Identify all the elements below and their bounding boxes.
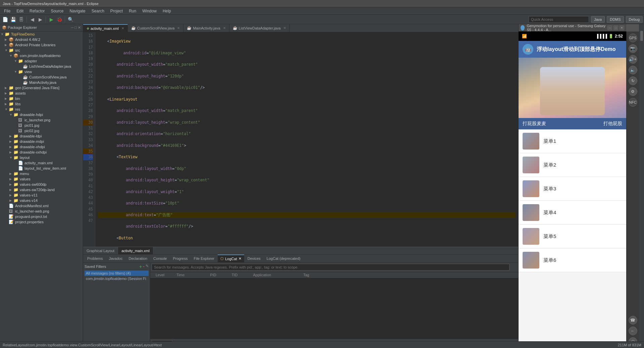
phone-list-item-3[interactable]: 菜单3 — [519, 177, 626, 201]
toolbar-forward[interactable]: ▶ — [37, 16, 44, 23]
tree-item-values-sw720dp[interactable]: ▶ 📁 values-sw720dp-land — [0, 187, 83, 192]
add-filter-btn[interactable]: + — [139, 264, 142, 269]
emu-gps-btn[interactable]: GPS — [629, 34, 637, 42]
tree-item-libs[interactable]: ▶ 📁 libs — [0, 101, 83, 107]
phone-list-item-6[interactable]: 菜单6 — [519, 248, 626, 272]
logcat-search-input[interactable] — [152, 264, 509, 271]
tree-item-project-props[interactable]: ▶ 📝 project.properties — [0, 219, 83, 225]
perspective-debug[interactable]: Debug — [626, 16, 643, 23]
phone-list-item-4[interactable]: 菜单4 — [519, 201, 626, 225]
tree-item-pic01[interactable]: ▶ 🖼 pic01.jpg — [0, 123, 83, 128]
btab-activity-main-xml[interactable]: activity_main.xml — [118, 247, 153, 254]
emu-close[interactable]: ✕ — [620, 25, 624, 30]
tree-item-drawable-xxhdpi[interactable]: ▶ 📁 drawable-xxhdpi — [0, 150, 83, 155]
emu-settings-btn[interactable]: ⚙ — [629, 87, 637, 96]
tree-item-package[interactable]: ▼ 📦 com.jimstin.topfloatdemo — [0, 53, 83, 58]
toolbar-search[interactable]: 🔍 — [67, 16, 74, 23]
emu-back-btn[interactable]: ← — [629, 327, 637, 335]
pkg-maximize[interactable]: □ — [74, 25, 77, 30]
filter-session[interactable]: com.jimstin.topfloatdemo (Session Fi — [85, 276, 149, 281]
menu-edit[interactable]: Edit — [14, 8, 26, 14]
tree-item-mainactivity[interactable]: ▶ ☕ MainActivity.java — [0, 80, 83, 85]
filter-all-messages[interactable]: All messages (no filters) (4) — [85, 271, 149, 276]
phone-list-item-5[interactable]: 菜单5 — [519, 225, 626, 248]
tree-item-proguard[interactable]: ▶ 📝 proguard-project.txt — [0, 214, 83, 219]
menu-run[interactable]: Run — [126, 8, 139, 14]
btab-devices[interactable]: Devices — [245, 254, 263, 263]
tree-item-drawable-mdpi[interactable]: ▶ 📁 drawable-mdpi — [0, 139, 83, 144]
toolbar-back[interactable]: ◀ — [29, 16, 36, 23]
tree-item-iclauncher[interactable]: ▶ 🖼 ic_launcher.png — [0, 117, 83, 123]
tree-item-activity-main[interactable]: ▶ 📄 activity_main.xml — [0, 160, 83, 166]
menu-help[interactable]: Help — [160, 8, 174, 14]
toolbar-run[interactable]: ▶ — [48, 16, 55, 23]
code-editor[interactable]: 15 16 17 18 19 20 21 22 23 24 25 26 27 2… — [83, 32, 518, 247]
tree-item-res[interactable]: ▼ 📁 res — [0, 107, 83, 112]
btab-declaration[interactable]: Declaration — [126, 254, 150, 263]
tab-mainactivity[interactable]: ☕ MainActivity.java ✕ — [183, 24, 229, 32]
toolbar-new[interactable]: 📄 — [1, 16, 9, 23]
btab-logcat-close[interactable]: ✕ — [238, 256, 241, 261]
btab-console[interactable]: Console — [151, 254, 169, 263]
pkg-close[interactable]: ✕ — [78, 25, 81, 30]
menu-source[interactable]: Source — [48, 8, 66, 14]
tab-close-2[interactable]: ✕ — [177, 26, 180, 30]
btab-javadoc[interactable]: Javadoc — [106, 254, 125, 263]
emu-rotate-btn[interactable]: ↻ — [629, 76, 637, 85]
menu-file[interactable]: File — [1, 8, 13, 14]
tree-item-customscrollview[interactable]: ▶ ☕ CustomScrollView.java — [0, 74, 83, 80]
tree-item-menu[interactable]: ▶ 📁 menu — [0, 171, 83, 176]
tree-item-private-libs[interactable]: ▶ 📦 Android Private Libraries — [0, 42, 83, 48]
tree-item-layout-listview[interactable]: ▶ 📄 layout_list_view_item.xml — [0, 166, 83, 171]
tree-item-values-v14[interactable]: ▶ 📁 values-v14 — [0, 198, 83, 203]
menu-refactor[interactable]: Refactor — [27, 8, 47, 14]
tree-item-topflowdemo[interactable]: ▼ 📁 TopFlowDemo — [0, 32, 83, 37]
quick-access-input[interactable] — [529, 16, 589, 23]
btab-problems[interactable]: Problems — [85, 254, 105, 263]
menu-project[interactable]: Project — [108, 8, 125, 14]
tree-item-pic02[interactable]: ▶ 🖼 pic02.jpg — [0, 128, 83, 133]
tree-item-iclauncher-web[interactable]: ▶ 🖼 ic_launcher-web.png — [0, 209, 83, 214]
edit-filter-btn[interactable]: ✎ — [146, 264, 149, 269]
tree-item-bin[interactable]: ▶ 📁 bin — [0, 96, 83, 101]
scrollbar-thumb[interactable] — [640, 31, 643, 41]
tree-item-values-sw600dp[interactable]: ▶ 📁 values-sw600dp — [0, 182, 83, 187]
emu-vol-down[interactable]: 🔈 — [629, 66, 637, 74]
menu-navigate[interactable]: Navigate — [67, 8, 88, 14]
code-content[interactable]: <ImageView android:id="@id/image_view" a… — [95, 32, 518, 247]
toolbar-debug[interactable]: 🐞 — [56, 16, 63, 23]
tree-item-listviewdataadapter[interactable]: ▶ ☕ ListViewDataAdapter.java — [0, 64, 83, 69]
emu-vol-up[interactable]: 🔊+ — [629, 55, 637, 64]
right-scrollbar[interactable] — [639, 24, 644, 348]
tab-close-1[interactable]: ✕ — [121, 26, 124, 30]
emu-camera-btn[interactable]: 📷 — [629, 44, 637, 53]
menu-window[interactable]: Window — [140, 8, 159, 14]
emu-minimize[interactable]: ─ — [607, 25, 612, 30]
tree-item-values[interactable]: ▶ 📁 values — [0, 176, 83, 182]
btab-logcat[interactable]: ⬡ LogCat ✕ — [218, 254, 244, 263]
menu-search[interactable]: Search — [89, 8, 107, 14]
tree-item-src[interactable]: ▼ 📁 src — [0, 48, 83, 53]
toolbar-save-all[interactable]: 🗄 — [17, 16, 25, 23]
btab-logcat-deprecated[interactable]: LogCat (deprecated) — [264, 254, 303, 263]
tree-item-view[interactable]: ▼ 📁 view — [0, 69, 83, 74]
phone-list-item-2[interactable]: 菜单2 — [519, 153, 626, 177]
btab-file-explorer[interactable]: File Explorer — [191, 254, 217, 263]
btab-progress[interactable]: Progress — [170, 254, 190, 263]
perspective-ddms[interactable]: DDMS — [607, 16, 624, 23]
emu-phone-btn[interactable]: ☎ — [629, 316, 637, 325]
tree-item-android44[interactable]: ▶ 📦 Android 4.4W.2 — [0, 37, 83, 42]
tree-item-values-v11[interactable]: ▶ 📁 values-v11 — [0, 192, 83, 198]
tab-listviewdataadapter[interactable]: ☕ ListViewDataAdapter.java ✕ — [229, 24, 290, 32]
phone-list-item-1[interactable]: 菜单1 — [519, 129, 626, 153]
tree-item-gen[interactable]: ▶ 📁 gen [Generated Java Files] — [0, 85, 83, 91]
tree-item-drawable-ldpi[interactable]: ▶ 📁 drawable-ldpi — [0, 133, 83, 139]
perspective-java[interactable]: Java — [591, 16, 605, 23]
emu-nfc-btn[interactable]: NFC — [629, 98, 637, 107]
emu-restore[interactable]: □ — [613, 25, 618, 30]
tree-item-layout[interactable]: ▼ 📁 layout — [0, 155, 83, 160]
tree-item-androidmanifest[interactable]: ▶ 📄 AndroidManifest.xml — [0, 203, 83, 209]
tree-item-adapter[interactable]: ▼ 📁 adapter — [0, 58, 83, 64]
tab-close-3[interactable]: ✕ — [223, 26, 226, 30]
tab-customscrollview[interactable]: ☕ CustomScrollView.java ✕ — [128, 24, 184, 32]
